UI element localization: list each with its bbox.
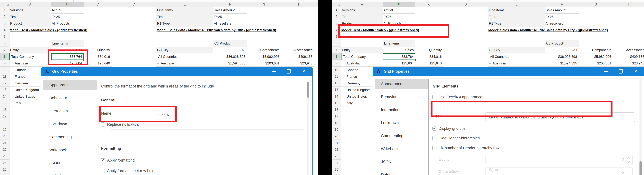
row-header-26[interactable]: 26: [0, 173, 10, 175]
row-header-17[interactable]: 17: [0, 113, 10, 120]
dialog-titlebar[interactable]: Grid Properties ✕: [41, 67, 313, 76]
dialog-nav-item-behaviour[interactable]: Behaviour: [43, 93, 97, 103]
row-header-21[interactable]: 21: [0, 140, 10, 146]
row-header-16[interactable]: 16: [332, 106, 341, 113]
close-button[interactable]: ✕: [634, 69, 638, 74]
column-header-B[interactable]: B: [51, 2, 84, 7]
cell-A7[interactable]: Entity: [341, 47, 383, 53]
select-all-corner[interactable]: [0, 2, 10, 7]
row-header-12[interactable]: 12: [0, 80, 10, 86]
row-header-4[interactable]: 4: [0, 27, 10, 33]
dialog-nav-item-commenting[interactable]: Commenting: [375, 131, 429, 141]
row-header-9[interactable]: 9: [0, 60, 10, 66]
cell-A2[interactable]: Time: [341, 14, 383, 20]
cell-A9[interactable]: Australia: [341, 60, 383, 66]
on-overflow-dropdown[interactable]: Wrap: [486, 167, 633, 175]
column-header-E[interactable]: E: [488, 2, 545, 7]
cell-B6[interactable]: Line Items: [51, 40, 84, 47]
row-header-8[interactable]: 8: [332, 53, 342, 60]
row-header-10[interactable]: 10: [0, 66, 10, 73]
cell-F7[interactable]: -All: [545, 47, 579, 53]
dialog-nav-item-defaults[interactable]: Defaults: [43, 171, 97, 175]
cell-B7[interactable]: Sales: [383, 47, 416, 53]
cell-H8[interactable]: $409,138: [281, 53, 314, 60]
use-excel44-checkbox[interactable]: [432, 95, 436, 99]
cell-F2[interactable]: FY25: [213, 14, 247, 20]
row-header-7[interactable]: 7: [0, 47, 10, 53]
cell-E7[interactable]: G3 City: [156, 47, 213, 53]
count-spinner[interactable]: 2: [486, 155, 633, 164]
row-header-2[interactable]: 2: [332, 14, 341, 20]
row-header-17[interactable]: 17: [332, 113, 341, 120]
select-all-corner[interactable]: [332, 2, 341, 7]
cell-E8[interactable]: -All Countries: [488, 53, 545, 60]
cell-A2[interactable]: Time: [9, 14, 51, 20]
row-header-19[interactable]: 19: [0, 126, 10, 133]
cell-G8[interactable]: $5,982,906: [579, 53, 613, 60]
dialog-nav-item-behaviour[interactable]: Behaviour: [375, 92, 429, 102]
scrollbar-thumb[interactable]: [640, 161, 642, 175]
cell-E8[interactable]: -All Countries: [156, 53, 213, 60]
dialog-nav-item-interaction[interactable]: Interaction: [375, 105, 429, 115]
cell-B1[interactable]: Actual: [51, 7, 84, 14]
row-header-10[interactable]: 10: [332, 66, 341, 73]
cell-H9[interactable]: $23,948: [613, 60, 644, 66]
cell-F6[interactable]: C3 Product: [545, 40, 579, 47]
cell-F9[interactable]: $1,594,335: [213, 60, 247, 66]
minimize-button[interactable]: [272, 69, 276, 74]
row-header-22[interactable]: 22: [332, 146, 341, 153]
row-header-26[interactable]: 26: [332, 173, 341, 175]
minimize-button[interactable]: [604, 69, 608, 74]
cell-B6[interactable]: Line Items: [383, 40, 416, 47]
cell-A1[interactable]: Versions: [341, 7, 383, 14]
cell-B2[interactable]: FY25: [383, 14, 416, 20]
spinner-down-icon[interactable]: [627, 160, 630, 163]
row-header-8[interactable]: 8: [0, 53, 10, 60]
row-header-15[interactable]: 15: [0, 100, 10, 106]
cell-A8[interactable]: -Total Company: [9, 53, 51, 60]
cell-A4[interactable]: Model: Test - Module: Sales - {gridlastr…: [9, 27, 179, 33]
cell-E7[interactable]: G3 City: [488, 47, 545, 53]
cell-C9[interactable]: 125,640: [416, 60, 443, 66]
row-header-13[interactable]: 13: [0, 86, 10, 93]
cell-G7[interactable]: +Components: [247, 47, 281, 53]
cell-E1[interactable]: Line Items: [156, 7, 213, 14]
cell-E4[interactable]: Model: Sales data - Module: REP02 Sales …: [488, 27, 644, 33]
replace-nulls-checkbox[interactable]: [101, 122, 105, 126]
cell-H9[interactable]: $23,948: [281, 60, 314, 66]
cell-F7[interactable]: -All: [213, 47, 247, 53]
cell-E3[interactable]: R1 Type: [156, 20, 213, 27]
dialog-nav-item-defaults[interactable]: Defaults: [375, 170, 429, 175]
apply-row-heights-checkbox[interactable]: [101, 169, 105, 173]
row-header-12[interactable]: 12: [332, 80, 341, 86]
apply-formatting-checkbox[interactable]: [101, 158, 105, 162]
row-header-22[interactable]: 22: [0, 146, 10, 153]
dialog-scrollbar[interactable]: [640, 79, 642, 175]
column-header-E[interactable]: E: [156, 2, 213, 7]
cell-B2[interactable]: FY25: [51, 14, 84, 20]
dialog-nav-item-writeback[interactable]: Writeback: [375, 144, 429, 154]
row-header-6[interactable]: 6: [332, 40, 341, 47]
dialog-titlebar[interactable]: Grid Properties ✕: [373, 67, 644, 76]
close-button[interactable]: ✕: [301, 69, 306, 74]
dialog-nav-item-interaction[interactable]: Interaction: [43, 106, 97, 116]
cell-G8[interactable]: $5,982,906: [247, 53, 281, 60]
dialog-nav-item-json[interactable]: JSON: [375, 157, 429, 167]
dialog-scrollbar[interactable]: [307, 81, 310, 175]
dialog-nav-item-appearance[interactable]: Appearance: [375, 79, 429, 89]
cell-H8[interactable]: $409,138: [613, 53, 644, 60]
cell-A9[interactable]: Australia: [9, 60, 51, 66]
column-header-A[interactable]: A: [9, 2, 51, 7]
column-header-B[interactable]: B: [383, 2, 416, 7]
cell-F1[interactable]: Sales Amount: [545, 7, 579, 14]
row-header-9[interactable]: 9: [332, 60, 341, 66]
display-grid-title-checkbox[interactable]: [432, 126, 436, 130]
cell-H7[interactable]: +Accessories: [613, 47, 644, 53]
name-input[interactable]: Grid A: [155, 110, 304, 120]
row-header-13[interactable]: 13: [332, 86, 341, 93]
column-header-C[interactable]: C: [416, 2, 444, 7]
cell-E4[interactable]: Model: Sales data - Module: REP02 Sales …: [156, 27, 318, 33]
cell-F2[interactable]: FY25: [545, 14, 579, 20]
row-header-11[interactable]: 11: [0, 73, 10, 80]
row-header-20[interactable]: 20: [0, 133, 10, 140]
